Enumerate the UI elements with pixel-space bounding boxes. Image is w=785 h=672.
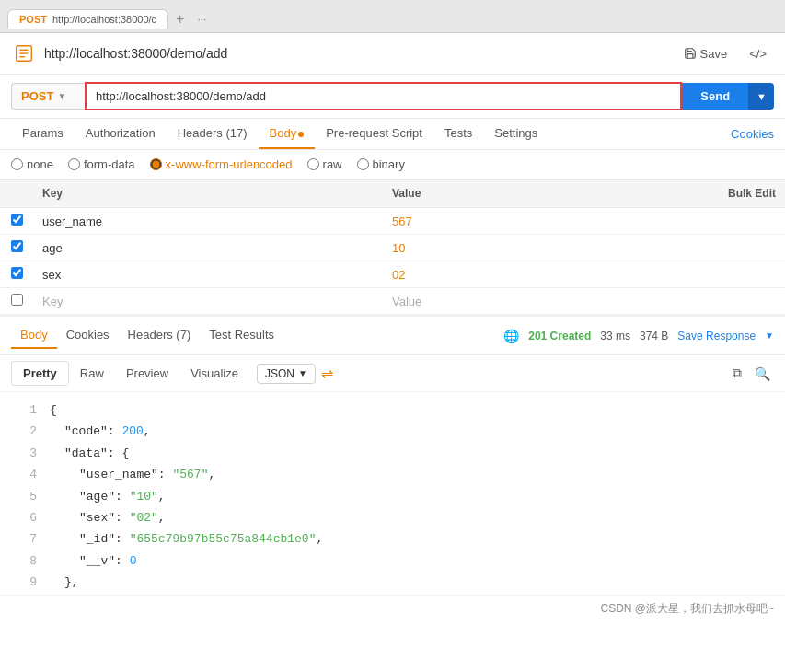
- collection-icon: [11, 41, 37, 66]
- row4-checkbox[interactable]: [11, 294, 23, 306]
- send-button-group: Send ▼: [682, 83, 774, 110]
- address-title: http://localhost:38000/demo/add: [44, 46, 669, 61]
- row4-bulk: [552, 288, 785, 315]
- json-line-1: 1 {: [11, 400, 774, 421]
- method-chevron-icon: ▼: [57, 91, 66, 101]
- tab-headers[interactable]: Headers (17): [167, 119, 259, 149]
- json-line-5: 5 "age": "10",: [11, 486, 774, 507]
- tab-tests[interactable]: Tests: [433, 119, 483, 149]
- table-header-checkbox: [0, 180, 33, 208]
- radio-form-data[interactable]: form-data: [68, 157, 135, 171]
- response-section: Body Cookies Headers (7) Test Results 🌐 …: [0, 315, 785, 622]
- tab-body[interactable]: Body: [259, 119, 316, 149]
- request-row: POST ▼ Send ▼: [0, 75, 785, 119]
- row1-bulk: [552, 208, 785, 235]
- json-line-4: 4 "user_name": "567",: [11, 464, 774, 485]
- tab-settings[interactable]: Settings: [483, 119, 548, 149]
- save-response-chevron[interactable]: ▼: [765, 330, 774, 341]
- tab-authorization[interactable]: Authorization: [75, 119, 167, 149]
- radio-none[interactable]: none: [11, 157, 53, 171]
- tab-pre-request[interactable]: Pre-request Script: [315, 119, 433, 149]
- response-size: 374 B: [640, 330, 668, 342]
- tab-params[interactable]: Params: [11, 119, 75, 149]
- send-chevron-button[interactable]: ▼: [748, 83, 774, 110]
- radio-raw[interactable]: raw: [307, 157, 342, 171]
- table-header-bulk-edit[interactable]: Bulk Edit: [552, 180, 785, 208]
- send-button[interactable]: Send: [682, 83, 748, 110]
- request-tabs-row: Params Authorization Headers (17) Body P…: [0, 119, 785, 150]
- row2-bulk: [552, 235, 785, 261]
- json-line-3: 3 "data": {: [11, 443, 774, 464]
- table-row: age 10: [0, 235, 785, 261]
- resp-tab-headers[interactable]: Headers (7): [119, 322, 201, 349]
- row3-checkbox[interactable]: [11, 267, 23, 279]
- tab-url: http://localhost:38000/c: [52, 14, 156, 25]
- row4-value-placeholder[interactable]: Value: [383, 288, 552, 315]
- resp-tab-cookies[interactable]: Cookies: [57, 322, 119, 349]
- pretty-tabs-row: Pretty Raw Preview Visualize JSON ▼ ⇌ ⧉ …: [0, 355, 785, 392]
- row4-key-placeholder[interactable]: Key: [33, 288, 383, 315]
- row2-value[interactable]: 10: [383, 235, 552, 261]
- row1-checkbox[interactable]: [11, 214, 23, 226]
- response-tabs-row: Body Cookies Headers (7) Test Results 🌐 …: [0, 317, 785, 355]
- radio-binary[interactable]: binary: [357, 157, 405, 171]
- wrap-icon[interactable]: ⇌: [321, 365, 333, 382]
- code-button[interactable]: </>: [742, 43, 774, 64]
- json-line-10: 10 "message": "新增数据成功": [11, 594, 774, 595]
- table-row-empty: Key Value: [0, 288, 785, 315]
- json-line-2: 2 "code": 200,: [11, 421, 774, 442]
- method-text: POST: [21, 89, 53, 103]
- status-badge: 201 Created: [528, 330, 591, 342]
- row3-key[interactable]: sex: [33, 261, 383, 288]
- json-viewer: 1 { 2 "code": 200, 3 "data": { 4 "user_n…: [0, 392, 785, 595]
- json-line-9: 9 },: [11, 572, 774, 593]
- body-dot: [298, 132, 304, 137]
- url-input[interactable]: [85, 82, 682, 110]
- browser-tab-bar: POST http://localhost:38000/c + ···: [0, 0, 785, 33]
- json-line-8: 8 "__v": 0: [11, 550, 774, 572]
- browser-tab[interactable]: POST http://localhost:38000/c: [7, 9, 168, 29]
- add-tab-button[interactable]: +: [168, 9, 191, 29]
- postman-app: http://localhost:38000/demo/add Save </>…: [0, 33, 785, 672]
- resp-tab-test-results[interactable]: Test Results: [200, 322, 283, 349]
- tab-cookies[interactable]: Cookies: [731, 120, 774, 148]
- tab-method: POST: [19, 14, 47, 25]
- pretty-tab-visualize[interactable]: Visualize: [179, 362, 249, 385]
- row2-key[interactable]: age: [33, 235, 383, 261]
- pretty-tab-preview[interactable]: Preview: [115, 362, 179, 385]
- table-row: user_name 567: [0, 208, 785, 235]
- save-response-button[interactable]: Save Response: [677, 330, 756, 342]
- pretty-tab-raw[interactable]: Raw: [69, 362, 115, 385]
- table-header-value: Value: [383, 180, 552, 208]
- search-icon[interactable]: 🔍: [751, 363, 774, 385]
- response-time: 33 ms: [600, 330, 630, 342]
- table-row: sex 02: [0, 261, 785, 288]
- copy-icon[interactable]: ⧉: [729, 362, 745, 385]
- format-selector[interactable]: JSON ▼: [257, 364, 316, 384]
- globe-icon: 🌐: [503, 329, 519, 343]
- address-bar-row: http://localhost:38000/demo/add Save </>: [0, 33, 785, 75]
- radio-x-www-form-urlencoded[interactable]: x-www-form-urlencoded: [150, 157, 293, 171]
- row1-value[interactable]: 567: [383, 208, 552, 235]
- row2-checkbox[interactable]: [11, 240, 23, 252]
- row3-value[interactable]: 02: [383, 261, 552, 288]
- body-type-row: none form-data x-www-form-urlencoded raw…: [0, 150, 785, 180]
- json-line-7: 7 "_id": "655c79b97b55c75a844cb1e0",: [11, 528, 774, 550]
- save-label: Save: [700, 47, 728, 61]
- method-selector[interactable]: POST ▼: [11, 83, 85, 110]
- table-header-key: Key: [33, 180, 383, 208]
- format-chevron-icon: ▼: [298, 368, 307, 378]
- save-button[interactable]: Save: [676, 43, 735, 64]
- resp-tab-body[interactable]: Body: [11, 322, 57, 349]
- more-tabs-button[interactable]: ···: [191, 11, 212, 28]
- watermark-text: CSDN @派大星，我们去抓水母吧~: [600, 602, 774, 615]
- kv-table: Key Value Bulk Edit user_name 567 age 10…: [0, 180, 785, 315]
- row3-bulk: [552, 261, 785, 288]
- row1-key[interactable]: user_name: [33, 208, 383, 235]
- footer-watermark: CSDN @派大星，我们去抓水母吧~: [0, 595, 785, 622]
- pretty-tab-pretty[interactable]: Pretty: [11, 361, 69, 386]
- json-line-6: 6 "sex": "02",: [11, 507, 774, 528]
- response-status-area: 🌐 201 Created 33 ms 374 B Save Response …: [503, 329, 774, 343]
